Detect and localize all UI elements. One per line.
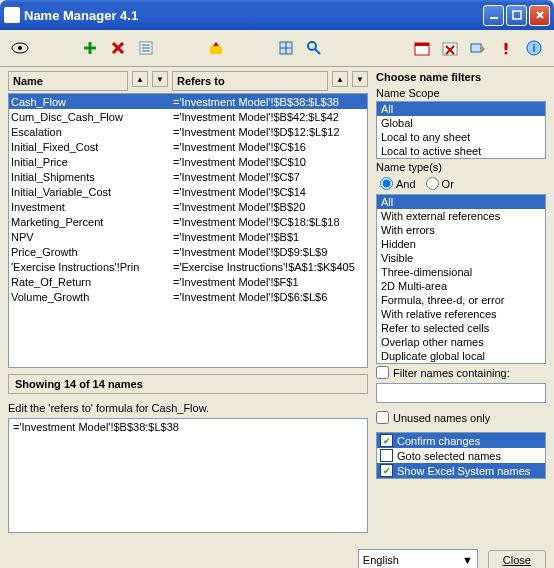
list-item[interactable]: Rate_Of_Return='Investment Model'!$F$1 [9,274,367,289]
add-icon[interactable] [78,36,102,60]
containing-input[interactable] [376,383,546,403]
sort-name-desc[interactable]: ▼ [152,71,168,87]
list-item[interactable]: Initial_Variable_Cost='Investment Model'… [9,184,367,199]
svg-point-3 [18,46,22,50]
properties-icon[interactable] [134,36,158,60]
list-item[interactable]: Initial_Shipments='Investment Model'!$C$… [9,169,367,184]
type-list[interactable]: AllWith external referencesWith errorsHi… [376,194,546,364]
sort-refers-asc[interactable]: ▲ [332,71,348,87]
list-item[interactable]: 'Exercise Instructions'!Prin='Exercise I… [9,259,367,274]
info-icon[interactable]: i [522,36,546,60]
radio-or[interactable]: Or [426,177,454,190]
calendar-delete-icon[interactable] [438,36,462,60]
list-item[interactable]: Volume_Growth='Investment Model'!$D$6:$L… [9,289,367,304]
column-name-header[interactable]: Name [8,71,128,91]
svg-text:i: i [532,42,535,54]
calendar-icon[interactable] [410,36,434,60]
list-item[interactable]: Marketing_Percent='Investment Model'!$C$… [9,214,367,229]
pivot-icon[interactable] [274,36,298,60]
option-system[interactable]: ✔Show Excel System names [377,463,545,478]
type-option[interactable]: Three-dimensional [377,265,545,279]
svg-rect-11 [471,44,481,52]
svg-rect-5 [210,46,222,54]
type-option[interactable]: Refer to selected cells [377,321,545,335]
language-select[interactable]: English▼ [358,549,478,568]
list-item[interactable]: Initial_Price='Investment Model'!$C$10 [9,154,367,169]
type-option[interactable]: 2D Multi-area [377,279,545,293]
app-icon [4,7,20,23]
status-bar: Showing 14 of 14 names [8,374,368,394]
svg-point-7 [308,42,316,50]
containing-checkbox[interactable] [376,366,389,379]
close-button[interactable] [529,5,550,26]
scope-option[interactable]: Local to any sheet [377,130,545,144]
list-item[interactable]: Cash_Flow='Investment Model'!$B$38:$L$38 [9,94,367,109]
minimize-button[interactable] [483,5,504,26]
type-option[interactable]: Overlap other names [377,335,545,349]
scope-option[interactable]: Global [377,116,545,130]
view-icon[interactable] [8,36,32,60]
scope-list[interactable]: AllGlobalLocal to any sheetLocal to acti… [376,101,546,159]
type-option[interactable]: Formula, three-d, or error [377,293,545,307]
svg-rect-9 [415,43,429,46]
list-item[interactable]: Initial_Fixed_Cost='Investment Model'!$C… [9,139,367,154]
option-goto[interactable]: Goto selected names [377,448,545,463]
options-block: ✔Confirm changes Goto selected names ✔Sh… [376,432,546,479]
names-list[interactable]: Cash_Flow='Investment Model'!$B$38:$L$38… [8,93,368,368]
type-option[interactable]: With external references [377,209,545,223]
list-item[interactable]: Cum_Disc_Cash_Flow='Investment Model'!$B… [9,109,367,124]
list-item[interactable]: Escalation='Investment Model'!$D$12:$L$1… [9,124,367,139]
unused-label: Unused names only [393,412,490,424]
titlebar: Name Manager 4.1 [0,0,554,30]
type-option[interactable]: With errors [377,223,545,237]
containing-label: Filter names containing: [393,367,510,379]
type-label: Name type(s) [376,161,546,173]
list-item[interactable]: Price_Growth='Investment Model'!$D$9:$L$… [9,244,367,259]
delete-icon[interactable] [106,36,130,60]
toolbar: i [0,30,554,67]
type-option[interactable]: Duplicate global local [377,349,545,363]
scope-label: Name Scope [376,87,546,99]
svg-rect-0 [490,17,498,19]
list-item[interactable]: Investment='Investment Model'!$B$20 [9,199,367,214]
sort-refers-desc[interactable]: ▼ [352,71,368,87]
list-item[interactable]: NPV='Investment Model'!$B$1 [9,229,367,244]
scope-option[interactable]: All [377,102,545,116]
unused-checkbox[interactable] [376,411,389,424]
type-option[interactable]: All [377,195,545,209]
window-title: Name Manager 4.1 [24,8,483,23]
sort-name-asc[interactable]: ▲ [132,71,148,87]
filters-heading: Choose name filters [376,71,546,83]
maximize-button[interactable] [506,5,527,26]
column-refers-header[interactable]: Refers to [172,71,328,91]
close-dialog-button[interactable]: Close [488,550,546,569]
svg-rect-1 [513,11,521,19]
warning-icon[interactable] [494,36,518,60]
highlight-icon[interactable] [204,36,228,60]
radio-and[interactable]: And [380,177,416,190]
refers-to-editor[interactable]: ='Investment Model'!$B$38:$L$38 [8,418,368,533]
scope-option[interactable]: Local to active sheet [377,144,545,158]
edit-label: Edit the 'refers to' formula for Cash_Fl… [8,400,368,416]
option-confirm[interactable]: ✔Confirm changes [377,433,545,448]
rename-icon[interactable] [466,36,490,60]
type-option[interactable]: Hidden [377,237,545,251]
svg-point-12 [505,52,508,55]
type-option[interactable]: Visible [377,251,545,265]
type-option[interactable]: With relative references [377,307,545,321]
find-icon[interactable] [302,36,326,60]
containing-row: Filter names containing: [376,364,546,381]
